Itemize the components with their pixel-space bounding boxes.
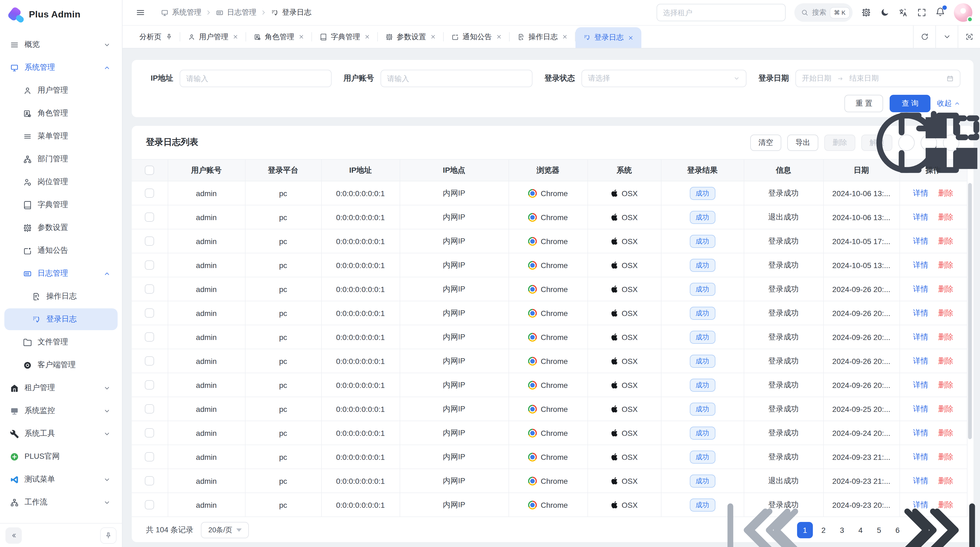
row-checkbox[interactable] [145,333,154,342]
page-button-1[interactable]: 1 [797,521,813,538]
detail-link[interactable]: 详情 [913,260,928,269]
sidebar-item-login-log[interactable]: 登录日志 [4,308,118,330]
account-filter-input[interactable] [380,70,533,87]
sidebar-item-plus-site[interactable]: PLUS官网 [4,446,118,467]
close-icon[interactable] [627,35,633,41]
sidebar-item-log-mgmt[interactable]: 日志管理 [4,263,118,284]
delete-link[interactable]: 删除 [938,284,953,293]
sidebar-item-user-mgmt[interactable]: 用户管理 [4,80,118,101]
page-size-select[interactable]: 20条/页 [201,521,249,538]
ip-filter-input[interactable] [180,70,332,87]
sidebar-item-test-menu[interactable]: 测试菜单 [4,469,118,490]
delete-link[interactable]: 删除 [938,308,953,317]
delete-link[interactable]: 删除 [938,260,953,269]
tab-login-log[interactable]: 登录日志 [575,27,641,48]
sidebar-pin-button[interactable] [100,527,116,544]
date-range-picker[interactable]: 开始日期 结束日期 [795,70,960,87]
sidebar-item-workflow[interactable]: 工作流 [4,491,118,513]
delete-link[interactable]: 删除 [938,236,953,245]
sidebar-item-post-mgmt[interactable]: 岗位管理 [4,171,118,193]
row-checkbox[interactable] [145,357,154,366]
detail-link[interactable]: 详情 [913,452,928,461]
tab-dict-mgmt[interactable]: 字典管理 [312,26,377,48]
detail-link[interactable]: 详情 [913,332,928,341]
close-icon[interactable] [298,34,304,40]
delete-link[interactable]: 删除 [938,428,953,437]
status-filter-select[interactable]: 请选择 [581,70,746,87]
export-button[interactable]: 导出 [787,134,818,151]
sidebar-item-dict-mgmt[interactable]: 字典管理 [4,194,118,216]
close-icon[interactable] [496,34,502,40]
detail-link[interactable]: 详情 [913,380,928,389]
fullscreen-icon[interactable] [917,8,927,18]
row-checkbox[interactable] [145,237,154,246]
pin-icon[interactable] [165,33,172,40]
sidebar-item-client-mgmt[interactable]: 客户端管理 [4,354,118,376]
sidebar-item-param-settings[interactable]: 参数设置 [4,217,118,239]
detail-link[interactable]: 详情 [913,212,928,221]
row-checkbox[interactable] [145,477,154,486]
row-checkbox[interactable] [145,285,154,294]
row-checkbox[interactable] [145,213,154,222]
row-checkbox[interactable] [145,381,154,390]
sidebar-item-notice[interactable]: 通知公告 [4,240,118,262]
gear-icon[interactable] [861,8,871,18]
row-checkbox[interactable] [145,501,154,510]
sidebar-item-file-mgmt[interactable]: 文件管理 [4,331,118,353]
delete-link[interactable]: 删除 [938,356,953,365]
breadcrumb-item-log[interactable]: 日志管理 [216,8,256,18]
row-checkbox[interactable] [145,261,154,270]
table-scrollbar-thumb[interactable] [968,183,972,439]
tab-analysis[interactable]: 分析页 [132,26,180,48]
delete-link[interactable]: 删除 [938,404,953,413]
last-page-button[interactable] [944,521,959,538]
row-checkbox[interactable] [145,405,154,414]
row-checkbox[interactable] [145,429,154,438]
sidebar-item-system-monitor[interactable]: 系统监控 [4,400,118,422]
translate-icon[interactable] [898,8,908,18]
delete-link[interactable]: 删除 [938,380,953,389]
column-settings-button[interactable] [943,134,959,151]
notification-bell-button[interactable] [935,7,945,18]
user-avatar[interactable] [954,3,972,22]
dark-mode-moon-icon[interactable] [880,8,889,18]
tab-notice[interactable]: 通知公告 [444,26,509,48]
tabs-menu-button[interactable] [935,26,958,48]
delete-link[interactable]: 删除 [938,212,953,221]
detail-link[interactable]: 详情 [913,188,928,197]
breadcrumb-item-system[interactable]: 系统管理 [161,8,202,18]
hamburger-icon[interactable] [135,8,145,18]
close-icon[interactable] [232,34,238,40]
tab-role-mgmt[interactable]: 角色管理 [246,26,312,48]
detail-link[interactable]: 详情 [913,236,928,245]
sidebar-item-dept-mgmt[interactable]: 部门管理 [4,148,118,170]
global-search-button[interactable]: 搜索 ⌘ K [794,3,853,22]
detail-link[interactable]: 详情 [913,284,928,293]
detail-link[interactable]: 详情 [913,308,928,317]
prev-page-button[interactable] [779,521,794,538]
tabs-refresh-button[interactable] [913,26,935,48]
detail-link[interactable]: 详情 [913,476,928,485]
detail-link[interactable]: 详情 [913,356,928,365]
clear-button[interactable]: 清空 [750,134,781,151]
close-icon[interactable] [562,34,568,40]
delete-link[interactable]: 删除 [938,188,953,197]
close-icon[interactable] [430,34,436,40]
delete-link[interactable]: 删除 [938,476,953,485]
select-all-checkbox[interactable] [145,166,154,175]
page-button-2[interactable]: 2 [816,521,831,538]
row-checkbox[interactable] [145,309,154,318]
detail-link[interactable]: 详情 [913,428,928,437]
sidebar-item-menu-mgmt[interactable]: 菜单管理 [4,125,118,147]
content-fullscreen-button[interactable] [958,26,980,48]
sidebar-item-system-tools[interactable]: 系统工具 [4,423,118,445]
tab-operation-log[interactable]: 操作日志 [509,26,575,48]
sidebar-item-role-mgmt[interactable]: 角色管理 [4,102,118,124]
sidebar-item-operation-log[interactable]: 操作日志 [4,285,118,307]
tab-param-settings[interactable]: 参数设置 [377,26,444,48]
row-checkbox[interactable] [145,189,154,198]
sidebar-collapse-button[interactable] [5,527,22,544]
delete-link[interactable]: 删除 [938,452,953,461]
row-checkbox[interactable] [145,453,154,462]
detail-link[interactable]: 详情 [913,404,928,413]
